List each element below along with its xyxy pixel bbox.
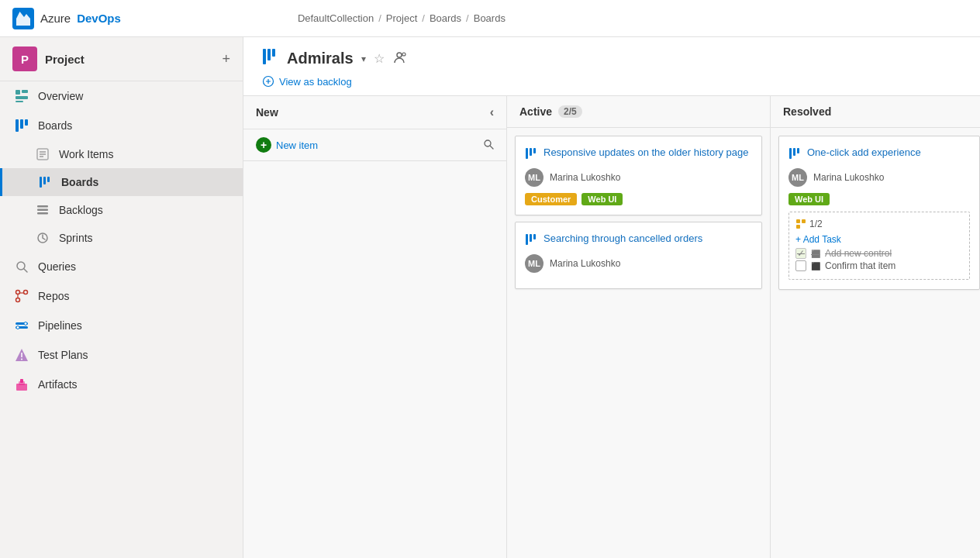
task-item-2: ⬛ Confirm that item <box>795 260 963 271</box>
card-tags-r1: Web UI <box>788 193 970 205</box>
column-new-header: New ‹ <box>243 96 506 129</box>
card-title-2: Searching through cancelled orders <box>543 232 702 246</box>
column-active: Active 2/5 Responsive updates on the old… <box>507 96 771 558</box>
view-as-backlog-link[interactable]: View as backlog <box>262 75 961 88</box>
new-item-button[interactable]: + New item <box>256 137 318 153</box>
svg-rect-48 <box>533 234 536 239</box>
task-item-1: ✓ ⬛ Add new control <box>795 248 963 259</box>
svg-line-19 <box>24 269 27 272</box>
column-active-cards: Responsive updates on the older history … <box>507 128 770 558</box>
svg-rect-51 <box>797 148 799 153</box>
svg-line-42 <box>491 146 494 149</box>
svg-rect-35 <box>263 49 266 64</box>
svg-rect-49 <box>789 148 792 159</box>
board-area: New ‹ + New item <box>243 96 980 558</box>
svg-rect-37 <box>272 49 275 57</box>
card-resolved-1[interactable]: One-click add experience ML Marina Lukos… <box>778 136 980 290</box>
project-avatar: P <box>12 46 37 71</box>
sidebar-item-backlogs-label: Backlogs <box>59 204 103 216</box>
team-settings-button[interactable] <box>392 50 406 67</box>
sidebar-item-queries[interactable]: Queries <box>0 252 243 281</box>
card-assignee: ML Marina Lukoshko <box>525 168 752 187</box>
breadcrumb-collection[interactable]: DefaultCollection <box>298 12 374 24</box>
breadcrumb-project[interactable]: Project <box>386 12 417 24</box>
svg-rect-13 <box>47 177 50 182</box>
sidebar-item-work-items[interactable]: Work Items <box>0 140 243 168</box>
board-dropdown-button[interactable]: ▾ <box>361 53 366 64</box>
sidebar-project: P Project + <box>0 37 243 81</box>
task-type-icon-1: ⬛ <box>811 250 820 258</box>
sidebar-item-pipelines-label: Pipelines <box>38 319 82 332</box>
svg-rect-2 <box>16 96 28 99</box>
task-checkbox-1[interactable]: ✓ <box>795 248 806 259</box>
board-title-row: Admirals ▾ ☆ <box>262 48 961 69</box>
svg-rect-15 <box>37 209 48 212</box>
sidebar-item-boards-group-label: Boards <box>38 119 72 132</box>
favorite-button[interactable]: ☆ <box>374 51 385 66</box>
tag-webui: Web UI <box>581 193 623 205</box>
svg-rect-36 <box>267 49 271 60</box>
sidebar-item-pipelines[interactable]: Pipelines <box>0 311 243 340</box>
svg-point-41 <box>485 140 491 146</box>
sidebar-item-artifacts[interactable]: Artifacts <box>0 370 243 399</box>
project-name: Project <box>45 53 85 66</box>
column-new-search-button[interactable] <box>483 139 494 152</box>
column-new-collapse-button[interactable]: ‹ <box>490 105 494 119</box>
logo-icon <box>12 8 34 29</box>
svg-rect-43 <box>526 148 528 159</box>
breadcrumb-boards2[interactable]: Boards <box>474 12 506 24</box>
assignee-avatar: ML <box>525 168 543 187</box>
svg-point-21 <box>16 298 20 302</box>
task-checkbox-2[interactable] <box>795 260 806 271</box>
svg-point-39 <box>402 53 405 56</box>
sidebar-item-sprints[interactable]: Sprints <box>0 224 243 252</box>
logo-devops: DevOps <box>77 12 121 25</box>
svg-rect-11 <box>40 177 42 188</box>
sidebar-item-boards[interactable]: Boards <box>0 168 243 196</box>
card-assignee-2: ML Marina Lukoshko <box>525 254 752 273</box>
backlogs-icon <box>36 203 50 217</box>
column-resolved-title: Resolved <box>783 105 831 118</box>
add-project-button[interactable]: + <box>222 51 230 67</box>
column-resolved-cards: One-click add experience ML Marina Lukos… <box>771 128 980 558</box>
work-items-icon <box>36 147 50 161</box>
board-type-icon <box>262 48 279 69</box>
sidebar-item-overview-label: Overview <box>38 90 83 102</box>
tag-customer: Customer <box>525 193 577 205</box>
sidebar-item-repos[interactable]: Repos <box>0 281 243 311</box>
column-active-title: Active <box>519 105 552 118</box>
new-item-plus-icon: + <box>256 137 271 153</box>
sidebar-item-backlogs[interactable]: Backlogs <box>0 196 243 224</box>
sidebar-item-boards-label: Boards <box>61 176 98 188</box>
board-header: Admirals ▾ ☆ View as backlog <box>243 37 980 96</box>
column-new-cards <box>243 161 506 558</box>
svg-rect-47 <box>530 234 532 242</box>
svg-point-27 <box>24 322 27 326</box>
svg-rect-3 <box>16 101 23 102</box>
main-content: Admirals ▾ ☆ View as backlog New <box>243 37 980 558</box>
card-title: Responsive updates on the older history … <box>543 146 749 160</box>
svg-point-20 <box>16 291 20 294</box>
repos-icon <box>15 289 29 303</box>
card-tags: Customer Web UI <box>525 193 752 205</box>
svg-rect-16 <box>37 212 48 215</box>
breadcrumb-boards1[interactable]: Boards <box>430 12 461 24</box>
card-active-1[interactable]: Responsive updates on the older history … <box>515 136 762 215</box>
sidebar-item-test-plans[interactable]: Test Plans <box>0 340 243 370</box>
logo[interactable]: Azure DevOps <box>12 8 121 29</box>
boards-group-icon <box>15 119 29 133</box>
svg-rect-14 <box>37 205 48 208</box>
sidebar-item-boards-group[interactable]: Boards <box>0 111 243 140</box>
sidebar-item-overview[interactable]: Overview <box>0 81 243 111</box>
svg-point-38 <box>397 53 402 57</box>
svg-rect-45 <box>533 148 536 153</box>
new-item-label: New item <box>276 140 318 151</box>
logo-azure: Azure <box>40 12 71 25</box>
sprints-icon <box>36 231 50 245</box>
task-type-icon-2: ⬛ <box>811 262 820 270</box>
overview-icon <box>15 89 29 103</box>
card-active-2[interactable]: Searching through cancelled orders ML Ma… <box>515 222 762 289</box>
svg-rect-44 <box>530 148 532 156</box>
add-task-button[interactable]: + Add Task <box>795 234 963 245</box>
layout: P Project + Overview Boards Work Items <box>0 37 980 558</box>
